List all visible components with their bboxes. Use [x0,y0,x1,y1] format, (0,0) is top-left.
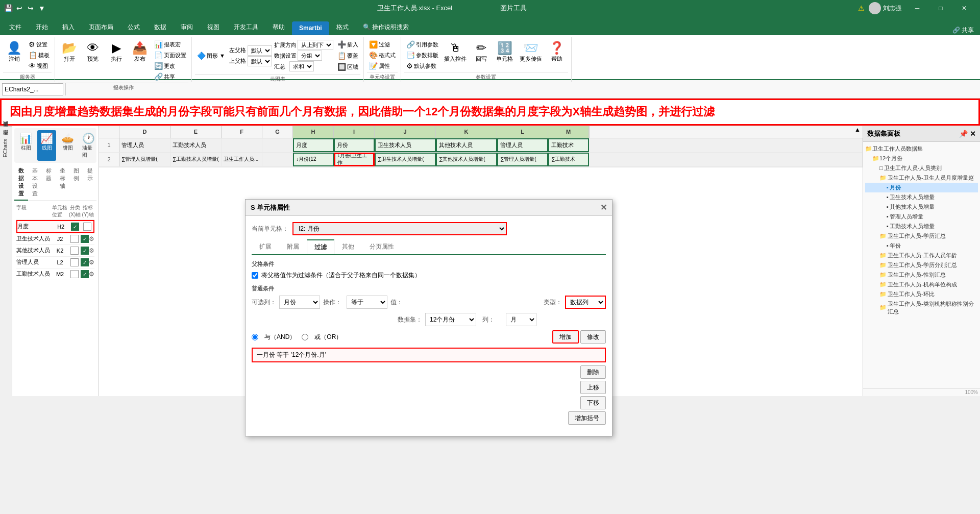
tab-devtools[interactable]: 开发工具 [227,20,265,35]
tab-title[interactable]: 标题 [42,165,56,201]
group-select[interactable]: 分组 [298,51,322,61]
ref-param-button[interactable]: 🔗引用参数 [404,39,440,50]
tab-legend[interactable]: 图例 [69,165,83,201]
tree-item-nianling[interactable]: 📁 卫生工作人员-工作人员年龄 [865,251,978,260]
customize-icon[interactable]: ▼ [38,4,46,12]
expand-dir-select[interactable]: 从上到下 [298,40,333,50]
col2-select[interactable]: 月 [506,313,536,326]
gear-icon-weisheng[interactable]: ⚙ [89,235,94,242]
add-button[interactable]: 增加 [552,330,579,344]
dialog-tab-page-prop[interactable]: 分页属性 [362,239,402,254]
cell-e2[interactable]: ∑工勤技术人员增量( [170,153,222,166]
logout-button[interactable]: 👤 注销 [3,39,26,64]
dataset-select[interactable]: 12个月份 [425,313,476,326]
window-controls[interactable]: ─ □ ✕ [905,0,976,16]
parent-condition-checkbox[interactable] [252,272,258,279]
cell-d2[interactable]: ∑管理人员增量( [119,153,170,166]
template-button[interactable]: 📋模板 [27,50,52,60]
panel-pin-icon[interactable]: 📌 [959,130,968,138]
close-button[interactable]: ✕ [952,0,976,16]
tree-item-12months[interactable]: 📁 12个月份 [865,154,978,163]
tab-review[interactable]: 审阅 [174,20,200,35]
undo-icon[interactable]: ↩ [15,4,23,12]
cell-d1[interactable]: 管理人员 [119,138,170,152]
tab-formula[interactable]: 公式 [120,20,147,35]
default-param-button[interactable]: ⚙默认参数 [404,61,440,71]
op-select[interactable]: 等于 [347,296,387,309]
gear-icon-guanli[interactable]: ⚙ [89,259,94,266]
tree-item-qitajishu[interactable]: ▪ 其他技术人员增量 [865,202,978,212]
share-button[interactable]: 🔗 共享 [952,26,974,35]
cell-l1[interactable]: 管理人员 [497,138,548,152]
help3-button[interactable]: ❓ 帮助 [546,39,568,64]
settings-button[interactable]: ⚙设置 [27,39,52,50]
tree-item-root[interactable]: 📁 卫生工作人员数据集 [865,144,978,154]
tree-item-xuelihuizong[interactable]: 📁 卫生工作人员-学历分别汇总 [865,260,978,270]
tab-view[interactable]: 视图 [200,20,227,35]
redo-icon[interactable]: ↪ [27,4,35,12]
y-axis-check-weisheng[interactable] [81,235,89,243]
dialog-tab-other[interactable]: 其他 [334,239,362,254]
tab-data-settings[interactable]: 数据设置 [14,165,28,201]
param-sort-button[interactable]: 📑参数排版 [404,50,440,60]
gear-icon-qita[interactable]: ⚙ [89,247,94,254]
change-button[interactable]: 🔄更改 [152,61,188,71]
tree-item-guanlirenyuan[interactable]: ▪ 管理人员增量 [865,212,978,222]
tab-data[interactable]: 数据 [147,20,174,35]
filter-button[interactable]: 🔽过滤 [367,39,398,50]
cell-i2[interactable]: ↓月份(卫生工作 [334,153,375,166]
tab-axis[interactable]: 坐标轴 [56,165,69,201]
more-writeback-button[interactable]: 📨 更多传值 [517,39,545,64]
tab-help[interactable]: 帮助 [265,20,292,35]
chart-type-oil[interactable]: 🕐 油量图 [79,130,98,161]
x-axis-check-weisheng[interactable] [70,235,79,243]
panel-close-icon[interactable]: ✕ [970,130,976,138]
cover-button[interactable]: 📋覆盖 [335,51,360,61]
left-parent-select[interactable]: 默认 [248,45,272,56]
execute-button[interactable]: ▶ 执行 [105,39,128,64]
insert-ctrl-button[interactable]: 🖱 插入控件 [442,39,469,64]
tree-item-yueduzhangliang[interactable]: 📁 卫生工作人员-卫生人员月度增量赵 [865,173,978,183]
modify-button[interactable]: 修改 [580,330,606,344]
cell-h2[interactable]: ↓月份(12 [293,153,334,166]
cell-k1[interactable]: 其他技术人员 [436,138,497,152]
y-axis-check-yuede[interactable] [83,223,91,231]
gear-icon-gongqin[interactable]: ⚙ [89,271,94,278]
tab-home[interactable]: 开始 [29,20,55,35]
writeback-button[interactable]: ✏ 回写 [470,39,493,64]
tree-item-weishengjishu[interactable]: ▪ 卫生技术人员增量 [865,192,978,202]
cell-m2[interactable]: ∑工勤技术 [548,153,589,166]
tree-item-jigou[interactable]: 📁 卫生工作人员-机构单位构成 [865,280,978,289]
tab-smartbi[interactable]: Smartbi [292,21,329,35]
chart-type-line[interactable]: 📈 线图 [37,130,56,161]
current-cell-select[interactable]: I2: 月份 [292,222,507,235]
move-up-button[interactable]: 上移 [580,381,606,394]
tree-item-huanbi[interactable]: 📁 卫生工作人员-环比 [865,289,978,299]
move-down-button[interactable]: 下移 [580,396,606,409]
x-axis-check-qita[interactable] [70,247,79,255]
tree-item-xingbie[interactable]: 📁 卫生工作人员-性别汇总 [865,270,978,280]
x-axis-check-guanli[interactable] [70,258,79,266]
open-button[interactable]: 📂 打开 [58,39,81,64]
dialog-tab-attach[interactable]: 附属 [279,239,307,254]
publish-button[interactable]: 📤 发布 [129,39,151,64]
or-radio[interactable] [302,334,308,340]
cell-i1[interactable]: 月份 [334,138,375,152]
cell-j1[interactable]: 卫生技术人员 [375,138,436,152]
sum-select[interactable]: 求和 [289,61,314,71]
chart-type-pie[interactable]: 🥧 饼图 [58,130,77,161]
tree-item-xueli[interactable]: 📁 卫生工作人员-学历汇总 [865,231,978,241]
cell-l2[interactable]: ∑管理人员增量( [497,153,548,166]
tree-item-nianfen[interactable]: ▪ 年份 [865,241,978,251]
single-cell-button[interactable]: 🔢 单元格 [494,39,516,64]
restore-button[interactable]: □ [929,0,952,16]
cell-j2[interactable]: ∑卫生技术人员增量( [375,153,436,166]
minimize-button[interactable]: ─ [905,0,929,16]
quick-access-toolbar[interactable]: 💾 ↩ ↪ ▼ [4,4,46,12]
y-axis-check-qita[interactable] [81,247,89,255]
tab-search[interactable]: 🔍 操作说明搜索 [356,20,416,35]
y-axis-check-guanli[interactable] [81,258,89,266]
cell-k2[interactable]: ∑其他技术人员增量( [436,153,497,166]
cell-g1[interactable] [262,138,293,152]
tree-item-gongqinzhangliang[interactable]: ▪ 工勤技术人员增量 [865,222,978,231]
